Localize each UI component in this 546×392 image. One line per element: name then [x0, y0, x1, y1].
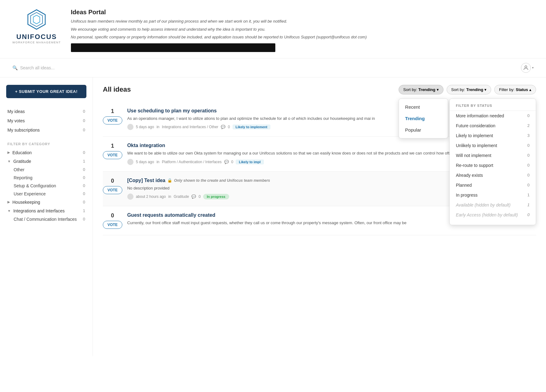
- sort-option-popular[interactable]: Popular: [399, 124, 448, 136]
- logo-brand: UNIFOCUS: [16, 33, 57, 41]
- sidebar-item-my-votes[interactable]: My votes 0: [6, 116, 86, 125]
- sort-label-2: Sort by:: [451, 87, 465, 92]
- filter-value: Status: [516, 87, 528, 92]
- content-title: All ideas: [103, 85, 131, 94]
- subcategory-ux-label: User Experience: [14, 191, 46, 196]
- sidebar-item-my-votes-count: 0: [83, 118, 85, 123]
- filter-option-inprogress-label: In progress: [456, 193, 478, 198]
- filter-category-label: FILTER BY CATEGORY: [7, 142, 86, 146]
- sort-label: Sort by:: [403, 87, 417, 92]
- filter-label: Filter by:: [499, 87, 514, 92]
- subcategory-chat-label: Chat / Communication Interfaces: [14, 217, 77, 222]
- idea-avatar-1: [127, 159, 133, 165]
- filter-option-will-not[interactable]: Will not implement 0: [450, 150, 536, 160]
- category-gratitude-label: Gratitude: [13, 159, 31, 164]
- filter-option-reroute-label: Re-route to support: [456, 163, 493, 168]
- idea-status-1: Likely to impl: [236, 159, 264, 164]
- search-bar: 🔍 Search all ideas... ▾: [0, 59, 546, 77]
- filter-option-will-not-label: Will not implement: [456, 153, 491, 158]
- sidebar-item-my-ideas[interactable]: My ideas 0: [6, 107, 86, 116]
- category-integrations-label: Integrations and Interfaces: [13, 208, 65, 213]
- filter-option-future[interactable]: Future consideration 2: [450, 121, 536, 131]
- filter-option-available-label: Available (hidden by default): [456, 203, 510, 207]
- idea-category-1[interactable]: Platform / Authentication / Interfaces: [162, 160, 222, 164]
- sidebar-item-reporting[interactable]: Reporting 0: [6, 174, 86, 182]
- vote-count-2: 0: [111, 178, 114, 184]
- private-note-2: Only shown to the create and Unifocus te…: [174, 178, 270, 183]
- vote-col-0: 1 VOTE: [103, 108, 122, 124]
- filter-option-more-info[interactable]: More information needed 0: [450, 111, 536, 121]
- search-input-wrap[interactable]: 🔍 Search all ideas...: [12, 65, 55, 70]
- vote-count-1: 1: [111, 143, 114, 149]
- sort-button-primary[interactable]: Sort by: Trending ▾: [399, 85, 443, 94]
- filter-option-reroute[interactable]: Re-route to support 0: [450, 160, 536, 170]
- filter-option-exists-count: 0: [527, 173, 530, 177]
- filter-option-planned[interactable]: Planned 0: [450, 180, 536, 190]
- filter-option-available[interactable]: Available (hidden by default) 1: [450, 200, 536, 210]
- user-avatar-icon[interactable]: [521, 63, 531, 73]
- category-gratitude-wrap: ▼ Gratitude: [7, 159, 31, 164]
- vote-button-1[interactable]: VOTE: [103, 151, 122, 159]
- svg-marker-1: [31, 12, 43, 27]
- filter-dropdown: FILTER BY STATUS More information needed…: [449, 98, 536, 225]
- filter-option-future-count: 2: [527, 123, 530, 128]
- vote-button-3[interactable]: VOTE: [103, 221, 122, 229]
- submit-idea-button[interactable]: + SUBMIT YOUR GREAT IDEA!: [6, 85, 86, 98]
- filter-caret-icon: ▴: [529, 87, 531, 92]
- subcategory-reporting-count: 0: [83, 175, 85, 180]
- idea-category-0[interactable]: Integrations and Interfaces / Other: [162, 125, 218, 129]
- sidebar-item-setup-config[interactable]: Setup & Configuration 0: [6, 182, 86, 190]
- idea-category-label-0: in: [156, 125, 159, 129]
- idea-category-2[interactable]: Gratitude: [174, 194, 189, 199]
- sidebar-item-integrations[interactable]: ▼ Integrations and Interfaces 1: [6, 207, 86, 215]
- filter-option-likely[interactable]: Likely to implement 3: [450, 131, 536, 141]
- idea-comments-0: 0: [228, 125, 230, 129]
- sidebar-item-my-subscriptions-count: 0: [83, 128, 85, 132]
- category-gratitude-count: 1: [83, 159, 85, 163]
- filter-button[interactable]: Filter by: Status ▴: [494, 85, 536, 94]
- sidebar-item-user-experience[interactable]: User Experience 0: [6, 190, 86, 198]
- filter-option-exists-label: Already exists: [456, 173, 483, 178]
- subcategory-chat-count: 0: [83, 217, 85, 221]
- idea-comments-2: 0: [199, 194, 201, 199]
- expand-gratitude-icon: ▼: [7, 159, 11, 163]
- vote-button-0[interactable]: VOTE: [103, 116, 122, 124]
- page-header: UNIFOCUS WORKFORCE MANAGEMENT Ideas Port…: [0, 0, 546, 59]
- sort-caret-2-icon: ▾: [484, 87, 487, 92]
- sort-dropdown-wrap: Sort by: Trending ▾ Recent Trending Popu…: [399, 85, 443, 94]
- expand-education-icon: ▶: [7, 150, 10, 155]
- filter-option-available-count: 1: [527, 203, 530, 207]
- filter-option-inprogress[interactable]: In progress 1: [450, 190, 536, 200]
- idea-avatar-2: [127, 194, 133, 200]
- vote-button-2[interactable]: VOTE: [103, 186, 122, 194]
- filter-option-exists[interactable]: Already exists 0: [450, 170, 536, 180]
- sort-dropdown: Recent Trending Popular: [399, 98, 448, 138]
- sidebar-item-other[interactable]: Other 0: [6, 166, 86, 174]
- sidebar-item-my-subscriptions[interactable]: My subscriptions 0: [6, 125, 86, 135]
- subcategory-other-label: Other: [14, 167, 24, 172]
- sort-value-2: Trending: [466, 87, 483, 92]
- subcategory-setup-count: 0: [83, 183, 85, 188]
- sidebar-nav: My ideas 0 My votes 0 My subscriptions 0: [6, 107, 86, 135]
- sidebar-item-housekeeping[interactable]: ▶ Housekeeping 0: [6, 198, 86, 207]
- sidebar-item-gratitude[interactable]: ▼ Gratitude 1: [6, 157, 86, 166]
- expand-housekeeping-icon: ▶: [7, 200, 10, 204]
- user-dropdown[interactable]: ▾: [521, 63, 534, 73]
- idea-comment-icon-0: 💬: [221, 125, 225, 129]
- sidebar-item-chat-interfaces[interactable]: Chat / Communication Interfaces 0: [6, 215, 86, 223]
- lock-icon-2: 🔒: [167, 178, 172, 183]
- sort-button-secondary[interactable]: Sort by: Trending ▾: [447, 85, 491, 94]
- category-integrations-count: 1: [83, 208, 85, 213]
- idea-comment-icon-1: 💬: [224, 160, 229, 164]
- filter-option-early-access[interactable]: Early Access (hidden by default) 0: [450, 210, 536, 220]
- sort-option-trending[interactable]: Trending: [399, 113, 448, 124]
- sort-option-recent[interactable]: Recent: [399, 101, 448, 113]
- sort-filter-controls: Sort by: Trending ▾ Recent Trending Popu…: [399, 85, 536, 94]
- filter-option-unlikely[interactable]: Unlikely to implement 0: [450, 141, 536, 150]
- sidebar-item-education[interactable]: ▶ Education 0: [6, 148, 86, 157]
- logo-area: UNIFOCUS WORKFORCE MANAGEMENT: [12, 9, 61, 44]
- filter-option-more-info-count: 0: [527, 113, 530, 118]
- filter-option-more-info-label: More information needed: [456, 113, 504, 118]
- category-education-label: Education: [12, 150, 32, 155]
- filter-option-likely-count: 3: [527, 133, 530, 138]
